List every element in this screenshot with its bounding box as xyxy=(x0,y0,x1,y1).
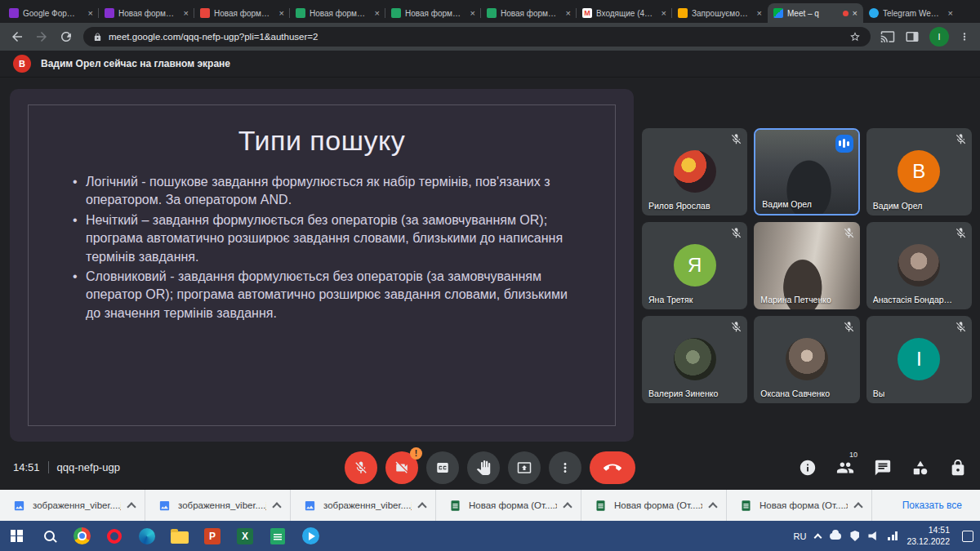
onedrive-icon[interactable] xyxy=(830,533,841,540)
chevron-up-icon[interactable] xyxy=(853,502,862,511)
raise-hand-button[interactable] xyxy=(467,451,500,484)
sheets-favicon-icon xyxy=(296,8,305,18)
network-icon[interactable] xyxy=(888,531,898,540)
tab-close-icon[interactable]: × xyxy=(470,9,475,18)
downloads-bar: зображення_viber....jpg зображення_viber… xyxy=(0,490,980,521)
browser-tab-gmail[interactable]: M Входящие (4… × xyxy=(577,3,672,23)
slide-bullet: Словниковий - завдання формулюється без … xyxy=(71,268,572,322)
participant-count-badge: 10 xyxy=(849,451,858,459)
people-icon xyxy=(836,459,854,477)
show-all-downloads-button[interactable]: Показать все xyxy=(884,490,980,521)
chrome-icon xyxy=(74,527,91,544)
browser-tab-telegram[interactable]: Telegram We… × xyxy=(863,3,959,23)
participant-tile[interactable]: В Вадим Орел xyxy=(866,128,972,216)
mic-toggle-button[interactable] xyxy=(345,451,377,484)
participant-name: Яна Третяк xyxy=(648,295,729,304)
participant-tile[interactable]: Рилов Ярослав xyxy=(642,128,747,216)
tab-title: Telegram We… xyxy=(883,9,944,18)
download-item[interactable]: Новая форма (От....xlsx xyxy=(581,490,727,521)
defender-icon[interactable] xyxy=(850,531,859,541)
taskbar-app-explorer[interactable] xyxy=(163,521,196,551)
taskbar-app-sheets[interactable] xyxy=(261,521,294,551)
cast-icon[interactable] xyxy=(880,29,895,44)
side-panel-icon[interactable] xyxy=(905,29,920,44)
spreadsheet-file-icon xyxy=(595,500,607,512)
volume-icon[interactable] xyxy=(868,531,879,540)
download-item[interactable]: зображення_viber....jpg xyxy=(0,490,145,521)
profile-avatar[interactable]: I xyxy=(929,27,949,47)
captions-icon xyxy=(435,460,450,475)
bookmark-star-icon[interactable] xyxy=(849,31,861,42)
tab-close-icon[interactable]: × xyxy=(88,9,93,18)
chevron-up-icon[interactable] xyxy=(272,502,281,511)
browser-tab-new-form-2[interactable]: Новая форм… × xyxy=(194,3,290,23)
download-item[interactable]: Новая форма (От....xlsx xyxy=(436,490,581,521)
taskbar-app-telegram[interactable] xyxy=(294,521,327,551)
reload-icon[interactable] xyxy=(59,29,74,44)
download-item[interactable]: зображення_viber....jpg xyxy=(145,490,291,521)
participant-tile[interactable]: Марина Петченко xyxy=(754,222,859,309)
participant-name: Оксана Савченко xyxy=(760,389,841,398)
chat-button[interactable] xyxy=(874,459,892,477)
host-controls-button[interactable] xyxy=(949,459,967,477)
taskbar-app-opera[interactable] xyxy=(98,521,131,551)
browser-tab-invitation[interactable]: Запрошуємо… × xyxy=(672,3,768,23)
browser-menu-icon[interactable] xyxy=(959,31,970,42)
browser-tab-meet-active[interactable]: Meet – q × xyxy=(768,3,863,23)
start-button[interactable] xyxy=(0,521,33,551)
leave-call-button[interactable] xyxy=(590,451,635,484)
tab-close-icon[interactable]: × xyxy=(566,9,571,18)
language-indicator[interactable]: RU xyxy=(794,531,807,541)
tab-close-icon[interactable]: × xyxy=(853,9,858,18)
download-item[interactable]: зображення_viber....jpg xyxy=(291,490,436,521)
camera-toggle-button[interactable]: ! xyxy=(385,451,418,484)
presentation-tile[interactable]: Типи пошуку Логічний - пошукове завдання… xyxy=(10,89,634,442)
participants-button[interactable]: 10 xyxy=(836,459,854,477)
forward-icon[interactable] xyxy=(34,29,49,44)
participant-tile[interactable]: Анастасія Бондар… xyxy=(866,222,972,309)
mic-off-icon xyxy=(955,133,967,145)
telegram-favicon-icon xyxy=(869,8,879,18)
taskbar-clock[interactable]: 14:51 23.12.2022 xyxy=(906,525,950,547)
meeting-details-button[interactable] xyxy=(799,459,817,477)
captions-button[interactable] xyxy=(426,451,459,484)
taskbar-app-powerpoint[interactable]: P xyxy=(196,521,229,551)
browser-tab-new-form-3[interactable]: Новая форм… × xyxy=(290,3,385,23)
browser-tab-new-form-5[interactable]: Новая форм… × xyxy=(481,3,577,23)
tab-close-icon[interactable]: × xyxy=(948,9,953,18)
hidden-icons-caret-icon[interactable] xyxy=(814,533,822,541)
search-button[interactable] xyxy=(33,521,65,551)
tab-close-icon[interactable]: × xyxy=(757,9,762,18)
participant-tile[interactable]: Я Яна Третяк xyxy=(642,222,747,309)
tab-close-icon[interactable]: × xyxy=(279,9,284,18)
more-options-button[interactable] xyxy=(549,451,581,484)
taskbar-app-excel[interactable]: X xyxy=(229,521,261,551)
chevron-up-icon[interactable] xyxy=(563,502,572,511)
tab-close-icon[interactable]: × xyxy=(662,9,666,18)
tab-close-icon[interactable]: × xyxy=(184,9,189,18)
participant-tile[interactable]: Валерия Зиненко xyxy=(642,316,747,403)
participant-tile[interactable]: Оксана Савченко xyxy=(754,316,859,403)
chevron-up-icon[interactable] xyxy=(417,502,426,511)
taskbar-app-edge[interactable] xyxy=(131,521,163,551)
tab-title: Новая форм… xyxy=(214,9,275,18)
action-center-button[interactable] xyxy=(962,531,973,542)
browser-tab-google-forms[interactable]: Google Фор… × xyxy=(3,3,99,23)
image-file-icon xyxy=(13,500,25,512)
tab-close-icon[interactable]: × xyxy=(375,9,380,18)
participant-tile-self[interactable]: I Вы xyxy=(866,316,972,403)
address-bar[interactable]: meet.google.com/qqq-nefp-ugp?pli=1&authu… xyxy=(83,27,871,47)
activities-button[interactable] xyxy=(911,459,929,477)
taskbar-app-chrome[interactable] xyxy=(65,521,98,551)
download-item[interactable]: Новая форма (От....xlsx xyxy=(727,490,872,521)
browser-tab-new-form-1[interactable]: Новая форм… × xyxy=(99,3,194,23)
participant-tile-speaking[interactable]: Вадим Орел xyxy=(754,128,859,216)
chevron-up-icon[interactable] xyxy=(127,502,136,511)
browser-tab-new-form-4[interactable]: Новая форм… × xyxy=(385,3,481,23)
doc-favicon-icon xyxy=(678,8,688,18)
lock-icon[interactable] xyxy=(93,33,102,42)
chevron-up-icon[interactable] xyxy=(708,502,717,511)
participant-name: Марина Петченко xyxy=(760,295,841,304)
back-icon[interactable] xyxy=(10,29,24,44)
present-button[interactable] xyxy=(508,451,541,484)
